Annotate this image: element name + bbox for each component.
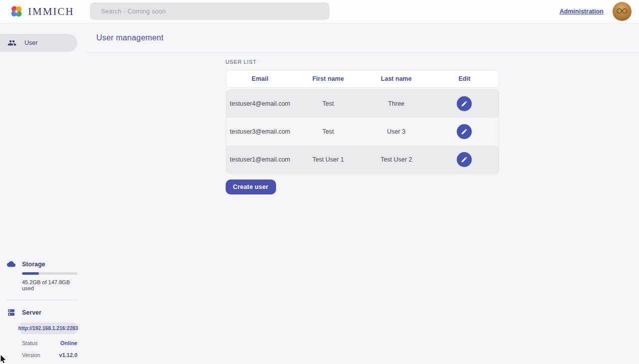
brand-wordmark: IMMICH <box>28 5 74 18</box>
cell-email: testuser3@email.com <box>226 128 295 135</box>
server-status-value: Online <box>60 340 77 346</box>
mouse-cursor <box>0 355 8 364</box>
sidebar-divider <box>7 300 77 300</box>
main-panel: User management USER LIST Email First na… <box>85 23 639 364</box>
user-table-header: Email First name Last name Edit <box>226 70 499 88</box>
immich-flower-icon <box>9 4 24 19</box>
sidebar-footer: Storage 45.2GB of 147.8GB used Server ht… <box>0 260 85 364</box>
pencil-icon <box>461 128 468 135</box>
cell-email: testuser1@email.com <box>226 156 295 163</box>
top-navbar: IMMICH Administration <box>0 0 639 23</box>
server-icon <box>7 308 15 317</box>
cell-last-name: Test User 2 <box>362 156 431 163</box>
edit-user-button[interactable] <box>457 96 472 111</box>
search-bar[interactable] <box>90 2 329 20</box>
server-version-value: v1.12.0 <box>59 352 77 358</box>
server-title: Server <box>22 309 41 316</box>
cell-last-name: Three <box>362 100 431 107</box>
table-row: testuser4@email.com Test Three <box>226 90 499 118</box>
sidebar-item-label: User <box>24 39 37 46</box>
column-header-last-name: Last name <box>362 75 431 82</box>
pencil-icon <box>461 156 468 163</box>
users-icon <box>7 38 16 47</box>
column-header-email: Email <box>226 75 295 82</box>
user-table-body: testuser4@email.com Test Three testuser3… <box>226 89 499 174</box>
admin-sidebar: User Storage 45.2GB of 147.8GB used Serv… <box>0 23 85 364</box>
cell-email: testuser4@email.com <box>226 100 295 107</box>
server-url-text: http://192.168.1.216:2283 <box>18 326 78 331</box>
cloud-icon <box>7 260 15 268</box>
sidebar-item-user[interactable]: User <box>0 34 77 52</box>
storage-title: Storage <box>22 261 45 268</box>
cell-first-name: Test User 1 <box>294 156 362 163</box>
user-avatar[interactable] <box>613 2 632 21</box>
storage-progress-fill <box>22 272 39 275</box>
glasses-icon <box>616 8 628 14</box>
create-user-button[interactable]: Create user <box>226 180 276 194</box>
column-header-edit: Edit <box>430 75 499 82</box>
storage-progress-bar <box>22 272 77 275</box>
page-title-bar: User management <box>85 23 639 53</box>
search-input[interactable] <box>90 2 329 20</box>
page-title: User management <box>96 33 164 42</box>
user-list-label: USER LIST <box>226 59 499 65</box>
edit-user-button[interactable] <box>457 124 472 139</box>
administration-link[interactable]: Administration <box>560 8 604 15</box>
table-row: testuser3@email.com Test User 3 <box>226 118 499 146</box>
server-status-label: Status <box>22 340 37 346</box>
cell-first-name: Test <box>294 128 362 135</box>
pencil-icon <box>461 100 468 107</box>
column-header-first-name: First name <box>294 75 362 82</box>
storage-usage-text: 45.2GB of 147.8GB used <box>22 279 77 291</box>
server-url-badge: http://192.168.1.216:2283 <box>20 323 76 334</box>
server-version-label: Version <box>22 352 40 358</box>
cell-last-name: User 3 <box>362 128 431 135</box>
immich-logo[interactable]: IMMICH <box>0 4 74 19</box>
table-row: testuser1@email.com Test User 1 Test Use… <box>226 146 499 174</box>
edit-user-button[interactable] <box>457 152 472 167</box>
cell-first-name: Test <box>294 100 362 107</box>
